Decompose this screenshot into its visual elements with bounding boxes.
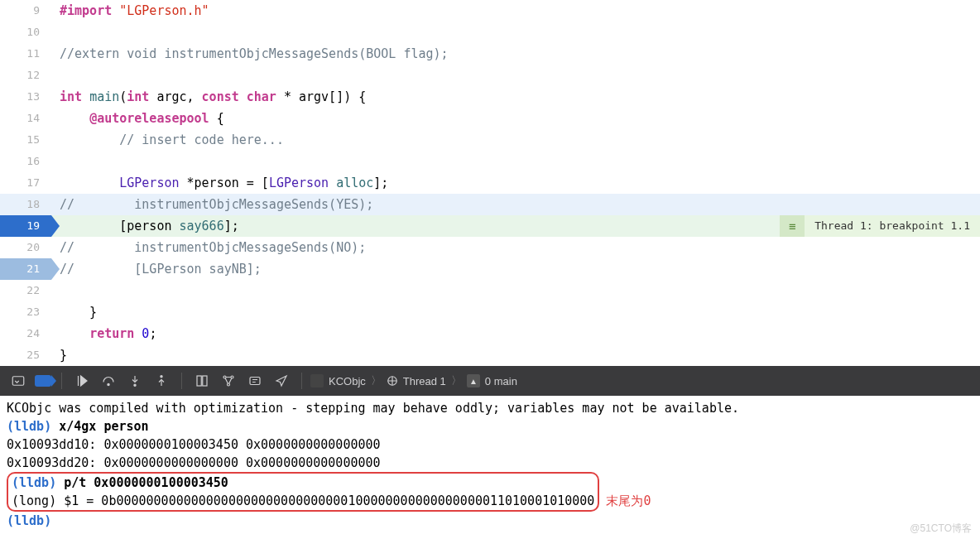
annotation-text: 末尾为0 (606, 492, 651, 510)
console-line: KCObjc was compiled with optimization - … (7, 399, 973, 417)
line-number[interactable]: 12 (0, 65, 51, 86)
code-line[interactable]: 25} (0, 344, 980, 366)
step-into-icon[interactable] (123, 369, 147, 392)
svg-point-1 (108, 383, 109, 385)
highlighted-output: (lldb) p/t 0x0000000100003450 (long) $1 … (7, 472, 599, 512)
step-over-icon[interactable] (97, 369, 120, 392)
console-line: 0x10093dd20: 0x0000000000000000 0x000000… (7, 454, 973, 472)
console-prompt[interactable]: (lldb) (7, 512, 973, 530)
location-icon[interactable] (270, 369, 293, 392)
svg-point-7 (231, 376, 233, 378)
environment-icon[interactable] (243, 369, 267, 392)
code-content[interactable]: [person say666];≡Thread 1: breakpoint 1.… (51, 215, 980, 237)
line-number[interactable]: 22 (0, 280, 51, 301)
line-number[interactable]: 20 (0, 237, 51, 258)
code-content[interactable] (51, 151, 980, 172)
hamburger-icon[interactable]: ≡ (780, 215, 805, 237)
svg-rect-5 (203, 376, 207, 386)
console-line: (lldb) x/4gx person (7, 417, 973, 436)
line-number[interactable]: 10 (0, 22, 51, 43)
frame-icon: ▲ (467, 374, 480, 387)
watermark: @51CTO博客 (910, 522, 972, 536)
code-line[interactable]: 21// [LGPerson sayNB]; (0, 258, 980, 280)
console-line: 0x10093dd10: 0x0000000100003450 0x000000… (7, 436, 973, 454)
thread-icon (387, 375, 398, 387)
line-number[interactable]: 15 (0, 129, 51, 151)
code-content[interactable]: #import "LGPerson.h" (51, 0, 980, 22)
svg-point-6 (223, 376, 226, 378)
code-content[interactable]: int main(int argc, const char * argv[]) … (51, 86, 980, 108)
line-number[interactable]: 9 (0, 0, 51, 22)
code-line[interactable]: 11//extern void instrumentObjcMessageSen… (0, 43, 980, 65)
crumb-frame: 0 main (485, 375, 517, 387)
line-number[interactable]: 11 (0, 43, 51, 65)
code-line[interactable]: 10 (0, 22, 980, 43)
code-content[interactable] (51, 65, 980, 86)
line-number[interactable]: 24 (0, 323, 51, 344)
breakpoints-icon[interactable] (35, 375, 51, 387)
code-content[interactable]: // insert code here... (51, 129, 980, 151)
code-line[interactable]: 13int main(int argc, const char * argv[]… (0, 86, 980, 108)
code-content[interactable]: // instrumentObjcMessageSends(YES); (51, 194, 980, 215)
project-icon (310, 374, 324, 387)
code-line[interactable]: 18// instrumentObjcMessageSends(YES); (0, 194, 980, 215)
line-number[interactable]: 13 (0, 86, 51, 108)
code-content[interactable]: LGPerson *person = [LGPerson alloc]; (51, 172, 980, 194)
code-content[interactable]: // instrumentObjcMessageSends(NO); (51, 237, 980, 258)
toggle-console-icon[interactable] (7, 369, 30, 392)
chevron-right-icon: 〉 (371, 373, 382, 388)
svg-rect-4 (197, 376, 201, 386)
chevron-right-icon: 〉 (451, 373, 462, 388)
svg-point-3 (161, 376, 162, 378)
code-line[interactable]: 22 (0, 280, 980, 301)
code-line[interactable]: 24 return 0; (0, 323, 980, 344)
code-line[interactable]: 9#import "LGPerson.h" (0, 0, 980, 22)
breakpoint-badge[interactable]: ≡Thread 1: breakpoint 1.1 (780, 215, 980, 237)
crumb-thread: Thread 1 (403, 375, 446, 387)
debug-toolbar: KCObjc 〉 Thread 1 〉 ▲ 0 main (0, 366, 980, 396)
svg-rect-9 (250, 378, 260, 385)
code-line[interactable]: 17 LGPerson *person = [LGPerson alloc]; (0, 172, 980, 194)
code-line[interactable]: 12 (0, 65, 980, 86)
breakpoint-label: Thread 1: breakpoint 1.1 (805, 215, 980, 237)
code-line[interactable]: 15 // insert code here... (0, 129, 980, 151)
line-number[interactable]: 18 (0, 194, 51, 215)
line-number[interactable]: 23 (0, 301, 51, 323)
code-content[interactable] (51, 22, 980, 43)
code-content[interactable]: return 0; (51, 323, 980, 344)
svg-point-8 (228, 383, 230, 386)
debug-view-icon[interactable] (190, 369, 214, 392)
code-content[interactable] (51, 280, 980, 301)
code-line[interactable]: 14 @autoreleasepool { (0, 108, 980, 129)
code-editor[interactable]: 9#import "LGPerson.h"1011//extern void i… (0, 0, 980, 366)
svg-point-2 (134, 384, 136, 386)
code-content[interactable]: @autoreleasepool { (51, 108, 980, 129)
code-content[interactable]: } (51, 344, 980, 366)
code-content[interactable]: // [LGPerson sayNB]; (51, 258, 980, 280)
line-number[interactable]: 14 (0, 108, 51, 129)
crumb-project: KCObjc (329, 375, 366, 387)
code-line[interactable]: 23 } (0, 301, 980, 323)
memory-graph-icon[interactable] (217, 369, 240, 392)
debug-console[interactable]: KCObjc was compiled with optimization - … (0, 396, 980, 533)
line-number[interactable]: 17 (0, 172, 51, 194)
code-content[interactable]: //extern void instrumentObjcMessageSends… (51, 43, 980, 65)
line-number[interactable]: 25 (0, 344, 51, 366)
line-number[interactable]: 16 (0, 151, 51, 172)
step-out-icon[interactable] (150, 369, 173, 392)
line-number[interactable]: 19 (0, 215, 51, 237)
code-line[interactable]: 20// instrumentObjcMessageSends(NO); (0, 237, 980, 258)
code-line[interactable]: 16 (0, 151, 980, 172)
debug-breadcrumb[interactable]: KCObjc 〉 Thread 1 〉 ▲ 0 main (310, 373, 517, 388)
line-number[interactable]: 21 (0, 258, 51, 280)
continue-icon[interactable] (70, 369, 94, 392)
code-line[interactable]: 19 [person say666];≡Thread 1: breakpoint… (0, 215, 980, 237)
code-content[interactable]: } (51, 301, 980, 323)
